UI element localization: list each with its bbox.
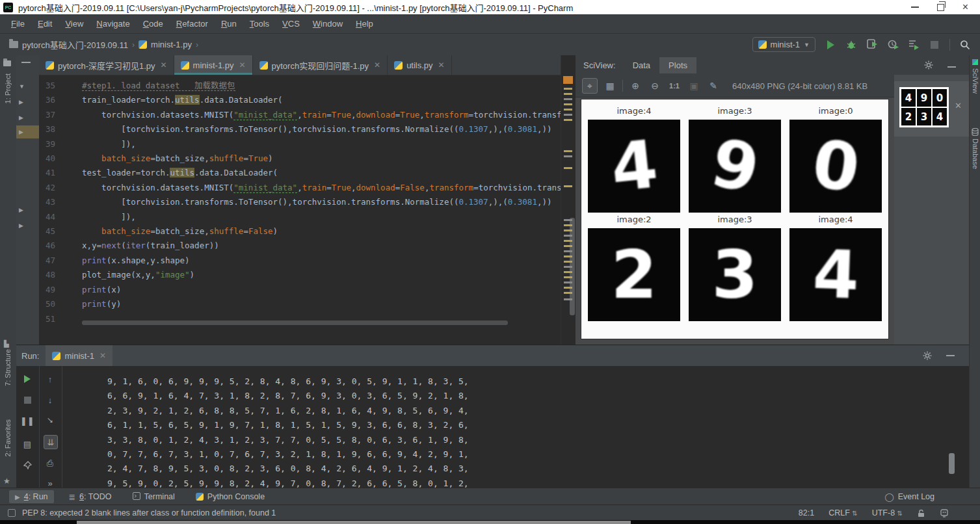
up-stack-trace-icon[interactable]: ↑: [44, 373, 57, 386]
menu-item-window[interactable]: Window: [307, 17, 349, 31]
stripe-mark: [564, 240, 572, 242]
close-plot-icon[interactable]: ✕: [955, 101, 962, 111]
menu-item-vcs[interactable]: VCS: [276, 17, 306, 31]
menu-item-tools[interactable]: Tools: [244, 17, 275, 31]
search-everywhere-button[interactable]: [959, 39, 971, 51]
editor-tab[interactable]: pytorch实现回归问题-1.py✕: [253, 55, 388, 75]
fit-to-view-icon[interactable]: ⌖: [582, 78, 598, 94]
run-configuration-selector[interactable]: minist-1 ▼: [752, 37, 815, 52]
editor-horizontal-scrollbar[interactable]: [82, 321, 508, 325]
zoom-out-icon[interactable]: ⊖: [648, 79, 662, 93]
code-token: (x): [107, 285, 122, 295]
run-console-output[interactable]: 9, 1, 6, 0, 6, 9, 9, 9, 5, 2, 8, 4, 8, 6…: [62, 366, 969, 497]
code-token: .data.DataLoader(: [194, 168, 278, 177]
hide-panel-icon[interactable]: [947, 66, 956, 68]
inspections-hector-icon[interactable]: [940, 509, 949, 517]
menu-item-refactor[interactable]: Refactor: [170, 17, 214, 31]
close-tab-icon[interactable]: ✕: [161, 60, 167, 70]
run-tab[interactable]: minist-1 ✕: [46, 345, 113, 366]
code-line-text: plot_image(x,y,"image"): [68, 268, 194, 282]
toolwindow-toggle-icon[interactable]: [8, 509, 16, 517]
tool-tab-structure[interactable]: 7: Structure: [4, 349, 12, 386]
menu-item-view[interactable]: View: [59, 17, 89, 31]
menu-item-file[interactable]: File: [5, 17, 31, 31]
code-token: #step1. load dataset 加载数据包: [82, 81, 235, 91]
close-window-icon[interactable]: ×: [962, 3, 968, 11]
tool-tab-favorites[interactable]: 2: Favorites: [4, 419, 12, 456]
restore-layout-button[interactable]: ▤: [21, 438, 34, 451]
tool-window-button-run[interactable]: ▶4: Run: [9, 490, 54, 503]
code-token: torchvision.datasets.MNIST(: [82, 183, 233, 192]
project-tree-node[interactable]: ▶: [16, 219, 39, 232]
menu-item-navigate[interactable]: Navigate: [90, 17, 135, 31]
line-ending-selector[interactable]: CRLF ⇅: [828, 508, 858, 517]
editor-error-stripe[interactable]: [561, 55, 576, 345]
menu-item-help[interactable]: Help: [350, 17, 379, 31]
code-token: next: [101, 241, 121, 250]
close-tab-icon[interactable]: ✕: [99, 351, 106, 360]
soft-wrap-icon[interactable]: ⇊: [44, 435, 58, 449]
code-editor[interactable]: 35#step1. load dataset 加载数据包36train_load…: [39, 75, 561, 348]
line-number: 44: [39, 210, 68, 224]
project-tree-node[interactable]: ▼: [16, 80, 39, 93]
rerun-button[interactable]: [21, 373, 34, 386]
hide-panel-icon[interactable]: [21, 62, 31, 63]
stripe-mark: [564, 287, 572, 289]
breadcrumb-file[interactable]: minist-1.py: [139, 40, 192, 49]
tab-data[interactable]: Data: [624, 57, 659, 73]
plot-thumbnail[interactable]: 490234: [899, 87, 949, 127]
project-tree-node[interactable]: ▶: [16, 96, 39, 109]
close-tab-icon[interactable]: ✕: [438, 60, 445, 70]
tool-tab-database[interactable]: Database: [972, 138, 979, 169]
zoom-in-icon[interactable]: ⊕: [628, 79, 642, 93]
print-icon[interactable]: ⎙: [44, 457, 57, 470]
event-log-button[interactable]: ◯ Event Log: [884, 492, 980, 502]
code-token: =: [243, 226, 248, 236]
menu-item-code[interactable]: Code: [137, 17, 169, 31]
tool-window-button-terminal[interactable]: Terminal: [127, 490, 181, 504]
scroll-to-end-icon[interactable]: ⭨: [44, 414, 57, 427]
encoding-selector[interactable]: UTF-8 ⇅: [872, 508, 903, 517]
minimize-window-icon[interactable]: [911, 7, 919, 8]
project-tree-node[interactable]: ▶: [16, 203, 39, 216]
run-with-coverage-button[interactable]: [866, 39, 878, 51]
pause-output-button[interactable]: ❚❚: [21, 414, 34, 427]
breadcrumb-project[interactable]: pytorch基础入门-2019.09.11: [9, 38, 128, 51]
editor-tab[interactable]: minist-1.py✕: [174, 55, 253, 75]
grid-view-icon[interactable]: ▦: [603, 79, 617, 93]
editor-tab[interactable]: pytorch-深度学习初见1.py✕: [39, 55, 174, 75]
plot-canvas[interactable]: image:44image:39image:00image:22image:33…: [581, 99, 889, 339]
project-tree-node[interactable]: ▶: [16, 125, 39, 138]
stop-button[interactable]: [929, 39, 940, 51]
close-tab-icon[interactable]: ✕: [239, 60, 245, 70]
debug-button[interactable]: [845, 39, 857, 51]
lock-icon[interactable]: [917, 509, 925, 517]
tool-window-button-pythonconsole[interactable]: Python Console: [190, 490, 271, 503]
gear-icon[interactable]: [924, 60, 933, 70]
edit-pen-icon[interactable]: ✎: [706, 79, 721, 93]
stop-button[interactable]: [21, 393, 34, 406]
tool-window-button-todo[interactable]: ≣6: TODO: [63, 490, 118, 504]
close-tab-icon[interactable]: ✕: [374, 60, 380, 70]
tool-tab-sciview[interactable]: SciView: [972, 68, 979, 94]
run-button[interactable]: [825, 39, 836, 51]
caret-position[interactable]: 82:1: [799, 508, 814, 517]
restore-window-icon[interactable]: [937, 4, 944, 11]
run-anything-button[interactable]: [908, 39, 920, 51]
editor-tab[interactable]: utils.py✕: [388, 55, 452, 75]
profile-button[interactable]: [887, 39, 899, 51]
checkbox-icon[interactable]: ▣: [687, 79, 701, 93]
project-tree-node[interactable]: ▶: [16, 111, 39, 124]
pin-tab-button[interactable]: [21, 458, 34, 471]
toolbar-divider: [949, 39, 950, 51]
tab-plots[interactable]: Plots: [659, 57, 696, 73]
menu-item-run[interactable]: Run: [215, 17, 243, 31]
tool-tab-project[interactable]: 1: Project: [4, 73, 12, 103]
gear-icon[interactable]: [923, 351, 932, 360]
console-scrollbar[interactable]: [949, 453, 955, 474]
menu-item-edit[interactable]: Edit: [32, 17, 58, 31]
hide-panel-icon[interactable]: [946, 355, 955, 356]
down-stack-trace-icon[interactable]: ↓: [44, 393, 57, 406]
actual-size-icon[interactable]: 1:1: [667, 79, 682, 93]
gallery-selected-item[interactable]: 490234 ✕: [894, 81, 969, 137]
